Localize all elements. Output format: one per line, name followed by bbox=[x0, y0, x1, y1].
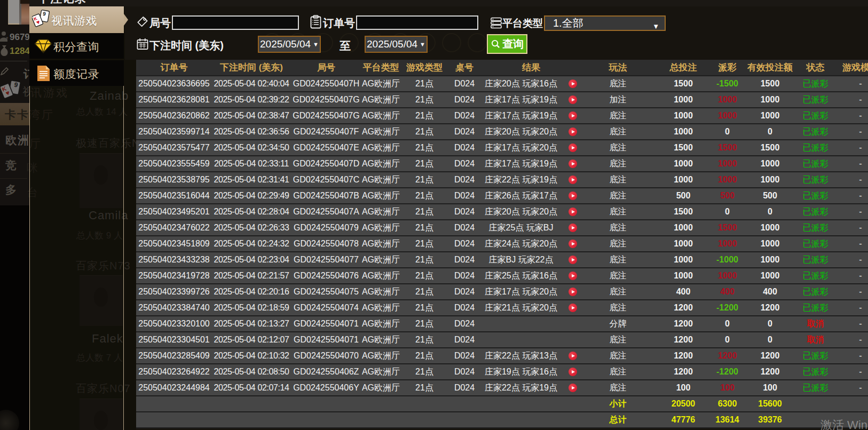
svg-text:*: * bbox=[6, 36, 9, 42]
